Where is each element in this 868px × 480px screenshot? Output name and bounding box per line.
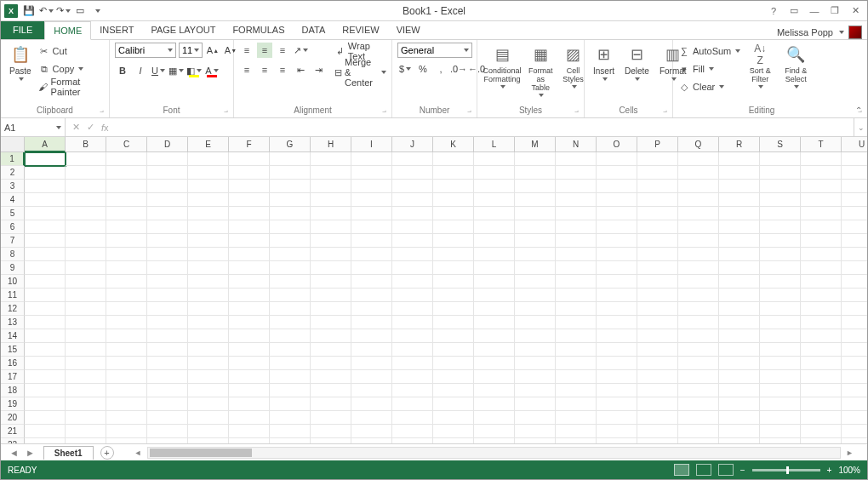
- cell[interactable]: [842, 397, 867, 411]
- cell[interactable]: [25, 370, 66, 384]
- cell[interactable]: [556, 357, 597, 370]
- align-middle-icon[interactable]: ≡: [257, 43, 272, 58]
- cell-styles-button[interactable]: ▨Cell Styles: [560, 43, 587, 90]
- cell[interactable]: [25, 438, 66, 443]
- cell[interactable]: [270, 275, 311, 289]
- cell[interactable]: [678, 438, 719, 443]
- cell[interactable]: [229, 384, 270, 397]
- cell[interactable]: [474, 152, 515, 166]
- cell[interactable]: [597, 289, 637, 302]
- cell[interactable]: [719, 275, 760, 289]
- cell[interactable]: [433, 234, 474, 248]
- cell[interactable]: [229, 411, 270, 425]
- cell[interactable]: [474, 275, 515, 289]
- cell[interactable]: [760, 166, 801, 180]
- cell[interactable]: [801, 425, 842, 438]
- cell[interactable]: [392, 384, 433, 397]
- cell[interactable]: [556, 220, 597, 234]
- cell[interactable]: [270, 397, 311, 411]
- cell[interactable]: [392, 234, 433, 248]
- cell[interactable]: [106, 425, 147, 438]
- sheet-nav-prev-icon[interactable]: ◄: [9, 448, 19, 458]
- zoom-level[interactable]: 100%: [838, 466, 860, 475]
- cell[interactable]: [801, 316, 842, 329]
- cell[interactable]: [637, 180, 678, 193]
- row-header[interactable]: 19: [1, 397, 25, 411]
- cell[interactable]: [760, 248, 801, 261]
- cell[interactable]: [597, 152, 637, 166]
- cell[interactable]: [229, 302, 270, 316]
- cut-button[interactable]: ✂Cut: [38, 43, 104, 60]
- cell[interactable]: [433, 357, 474, 370]
- cell[interactable]: [515, 357, 556, 370]
- cell[interactable]: [719, 370, 760, 384]
- cell[interactable]: [515, 302, 556, 316]
- cell[interactable]: [270, 357, 311, 370]
- cell[interactable]: [842, 207, 867, 220]
- cell[interactable]: [637, 234, 678, 248]
- cell[interactable]: [106, 384, 147, 397]
- cell[interactable]: [147, 261, 188, 275]
- borders-icon[interactable]: ▦: [168, 63, 184, 78]
- increase-indent-icon[interactable]: ⇥: [311, 62, 326, 77]
- sort-filter-button[interactable]: A↓ZSort & Filter: [744, 43, 776, 90]
- cell[interactable]: [270, 411, 311, 425]
- column-header[interactable]: S: [760, 137, 801, 152]
- cell[interactable]: [311, 329, 351, 343]
- cell[interactable]: [515, 329, 556, 343]
- cell[interactable]: [147, 180, 188, 193]
- cell[interactable]: [106, 316, 147, 329]
- cell[interactable]: [842, 357, 867, 370]
- cell[interactable]: [474, 316, 515, 329]
- cell[interactable]: [270, 166, 311, 180]
- formula-input[interactable]: [116, 118, 854, 136]
- cell[interactable]: [351, 302, 392, 316]
- cell[interactable]: [270, 384, 311, 397]
- cell[interactable]: [678, 275, 719, 289]
- cell[interactable]: [433, 329, 474, 343]
- cell[interactable]: [760, 180, 801, 193]
- cell[interactable]: [392, 411, 433, 425]
- cell[interactable]: [719, 289, 760, 302]
- cell[interactable]: [106, 343, 147, 357]
- cell[interactable]: [66, 302, 106, 316]
- cell[interactable]: [66, 316, 106, 329]
- cell[interactable]: [842, 425, 867, 438]
- cell[interactable]: [842, 166, 867, 180]
- cell[interactable]: [270, 438, 311, 443]
- cell[interactable]: [801, 438, 842, 443]
- tab-formulas[interactable]: FORMULAS: [224, 20, 293, 39]
- file-tab[interactable]: FILE: [1, 20, 44, 39]
- cell[interactable]: [25, 152, 66, 166]
- zoom-slider[interactable]: [752, 469, 820, 471]
- cell[interactable]: [25, 261, 66, 275]
- cell[interactable]: [474, 248, 515, 261]
- cell[interactable]: [719, 438, 760, 443]
- cell[interactable]: [433, 397, 474, 411]
- cell[interactable]: [556, 384, 597, 397]
- cell[interactable]: [678, 411, 719, 425]
- font-size-combo[interactable]: 11: [179, 43, 203, 58]
- align-bottom-icon[interactable]: ≡: [275, 43, 290, 58]
- orientation-icon[interactable]: ↗: [293, 43, 308, 58]
- cell[interactable]: [515, 275, 556, 289]
- cell[interactable]: [188, 316, 229, 329]
- italic-icon[interactable]: I: [133, 63, 148, 78]
- cell[interactable]: [188, 425, 229, 438]
- cell[interactable]: [760, 329, 801, 343]
- cell[interactable]: [66, 438, 106, 443]
- cell[interactable]: [229, 234, 270, 248]
- cell[interactable]: [719, 425, 760, 438]
- cell[interactable]: [311, 343, 351, 357]
- cell[interactable]: [106, 193, 147, 207]
- cell[interactable]: [188, 207, 229, 220]
- cell[interactable]: [433, 370, 474, 384]
- cell[interactable]: [147, 166, 188, 180]
- font-color-icon[interactable]: A: [204, 63, 220, 78]
- copy-button[interactable]: ⧉Copy: [38, 60, 104, 77]
- cell[interactable]: [188, 248, 229, 261]
- cell[interactable]: [637, 384, 678, 397]
- cell[interactable]: [392, 166, 433, 180]
- tab-view[interactable]: VIEW: [388, 20, 429, 39]
- cell[interactable]: [474, 302, 515, 316]
